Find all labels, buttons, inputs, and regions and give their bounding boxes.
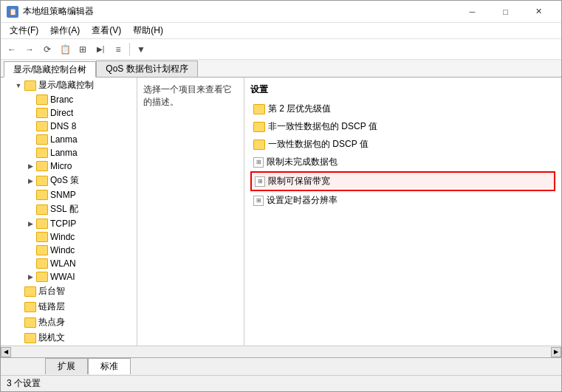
right-pane: 选择一个项目来查看它的描述。 设置 第 2 层优先级值 非一致性数据包的 DSC… <box>137 78 561 345</box>
maximize-button[interactable]: □ <box>489 1 522 23</box>
tree-item-wwai[interactable]: ▶ WWAI <box>1 270 137 283</box>
main-window: 📋 本地组策略编辑器 ─ □ ✕ 文件(F) 操作(A) 查看(V) 帮助(H)… <box>0 0 562 392</box>
settings-item-limit-incomplete[interactable]: ⊞ 限制未完成数据包 <box>250 154 555 171</box>
window-controls: ─ □ ✕ <box>456 1 555 23</box>
status-bar: 3 个设置 <box>1 375 561 391</box>
tree-item-root[interactable]: ▼ 显示/隐藏控制 <box>1 78 137 93</box>
settings-pane: 设置 第 2 层优先级值 非一致性数据包的 DSCP 值 一致性数据包的 DSC… <box>244 78 561 345</box>
title-bar: 📋 本地组策略编辑器 ─ □ ✕ <box>1 1 561 23</box>
folder-icon <box>36 272 48 282</box>
scroll-track <box>11 348 551 356</box>
tree-item-lanma1[interactable]: Lanma <box>1 133 137 146</box>
settings-label: 设置定时器分辨率 <box>267 194 337 207</box>
folder-icon <box>36 245 48 255</box>
tree-item-direct[interactable]: Direct <box>1 106 137 120</box>
tree-item-wlan[interactable]: WLAN <box>1 257 137 270</box>
menu-action[interactable]: 操作(A) <box>44 23 86 39</box>
scroll-right-button[interactable]: ▶ <box>551 347 561 357</box>
folder-icon <box>36 204 48 215</box>
folder-icon <box>36 176 48 186</box>
tree-item-micro[interactable]: ▶ Micro <box>1 159 137 173</box>
tab-expand[interactable]: 扩展 <box>45 358 88 374</box>
folder-icon <box>36 148 48 158</box>
minimize-button[interactable]: ─ <box>456 1 489 23</box>
tab-qos[interactable]: QoS 数据包计划程序 <box>96 61 197 77</box>
tree-item-windc2[interactable]: Windc <box>1 244 137 257</box>
tree-item-offline[interactable]: 脱机文 <box>1 330 137 345</box>
close-button[interactable]: ✕ <box>522 1 555 23</box>
scroll-left-button[interactable]: ◀ <box>1 347 11 357</box>
tab-show-hide[interactable]: 显示/隐藏控制台树 <box>4 61 96 78</box>
bottom-tabs: 扩展 标准 <box>1 357 561 375</box>
main-area: 显示/隐藏控制台树 QoS 数据包计划程序 ▼ 显示/隐藏控制 <box>1 60 561 357</box>
folder-icon <box>36 94 48 105</box>
filter-button[interactable]: ▼ <box>133 41 149 58</box>
folder-icon <box>253 122 265 132</box>
tree-item-tcpip[interactable]: ▶ TCPIP <box>1 217 137 230</box>
tree-item-link-layer[interactable]: 链路层 <box>1 299 137 314</box>
folder-icon <box>253 104 265 114</box>
settings-item-layer2[interactable]: 第 2 层优先级值 <box>250 100 555 117</box>
folder-icon <box>36 219 48 229</box>
back-button[interactable]: ← <box>4 41 20 58</box>
folder-icon <box>24 302 36 312</box>
tree-item-dns[interactable]: DNS 8 <box>1 120 137 133</box>
menu-view[interactable]: 查看(V) <box>86 23 127 39</box>
folder-icon <box>36 258 48 269</box>
settings-item-dscp-consistent[interactable]: 一致性数据包的 DSCP 值 <box>250 136 555 153</box>
file-icon: ⊞ <box>255 176 265 187</box>
tree-item-qos[interactable]: ▶ QoS 策 <box>1 173 137 188</box>
folder-icon <box>36 161 48 171</box>
settings-label: 限制可保留带宽 <box>268 175 330 188</box>
action-button[interactable]: ▶| <box>92 41 109 58</box>
tree-item-snmp[interactable]: SNMP <box>1 188 137 202</box>
folder-icon <box>24 80 36 91</box>
settings-label: 限制未完成数据包 <box>267 156 337 168</box>
toolbar-separator <box>129 43 130 56</box>
horizontal-scrollbar[interactable]: ◀ ▶ <box>1 345 561 357</box>
menu-bar: 文件(F) 操作(A) 查看(V) 帮助(H) <box>1 23 561 39</box>
menu-help[interactable]: 帮助(H) <box>127 23 169 39</box>
forward-button[interactable]: → <box>21 41 38 58</box>
folder-icon <box>24 317 36 328</box>
tab-standard[interactable]: 标准 <box>88 358 131 374</box>
tree-item-ssl[interactable]: SSL 配 <box>1 202 137 217</box>
folder-icon <box>36 108 48 118</box>
menu-file[interactable]: 文件(F) <box>4 23 44 39</box>
folder-icon <box>24 333 36 343</box>
refresh-button[interactable]: ⟳ <box>39 41 55 58</box>
tab-header: 显示/隐藏控制台树 QoS 数据包计划程序 <box>1 60 561 78</box>
tree-item-hotspot[interactable]: 热点身 <box>1 314 137 330</box>
content-area: ▼ 显示/隐藏控制 Branc Direct <box>1 78 561 345</box>
properties-button[interactable]: 📋 <box>57 41 73 58</box>
tree-item-background[interactable]: 后台智 <box>1 283 137 299</box>
toolbar: ← → ⟳ 📋 ⊞ ▶| ≡ ▼ <box>1 39 561 60</box>
file-icon: ⊞ <box>253 196 264 206</box>
folder-icon <box>36 134 48 145</box>
tree-item-windc1[interactable]: Windc <box>1 230 137 244</box>
folder-icon <box>253 140 265 150</box>
folder-icon <box>36 232 48 242</box>
folder-icon <box>36 121 48 131</box>
folder-icon <box>36 190 48 200</box>
file-icon: ⊞ <box>253 157 264 168</box>
settings-label: 第 2 层优先级值 <box>268 103 331 115</box>
tree-pane: ▼ 显示/隐藏控制 Branc Direct <box>1 78 137 345</box>
window-icon: 📋 <box>7 6 18 18</box>
show-button[interactable]: ≡ <box>110 41 126 58</box>
settings-header: 设置 <box>250 83 555 96</box>
tree-item-branch[interactable]: Branc <box>1 93 137 106</box>
settings-label: 一致性数据包的 DSCP 值 <box>268 138 369 151</box>
description-pane: 选择一个项目来查看它的描述。 <box>137 78 244 345</box>
settings-label: 非一致性数据包的 DSCP 值 <box>268 120 377 133</box>
window-title: 本地组策略编辑器 <box>23 5 456 18</box>
export-button[interactable]: ⊞ <box>75 41 91 58</box>
folder-icon <box>24 286 36 297</box>
tree-item-lanma2[interactable]: Lanma <box>1 146 137 159</box>
settings-item-timer[interactable]: ⊞ 设置定时器分辨率 <box>250 192 555 209</box>
settings-item-dscp-inconsistent[interactable]: 非一致性数据包的 DSCP 值 <box>250 118 555 135</box>
settings-item-limit-bandwidth[interactable]: ⊞ 限制可保留带宽 <box>250 171 555 191</box>
status-text: 3 个设置 <box>7 377 41 390</box>
description-text: 选择一个项目来查看它的描述。 <box>143 84 232 107</box>
